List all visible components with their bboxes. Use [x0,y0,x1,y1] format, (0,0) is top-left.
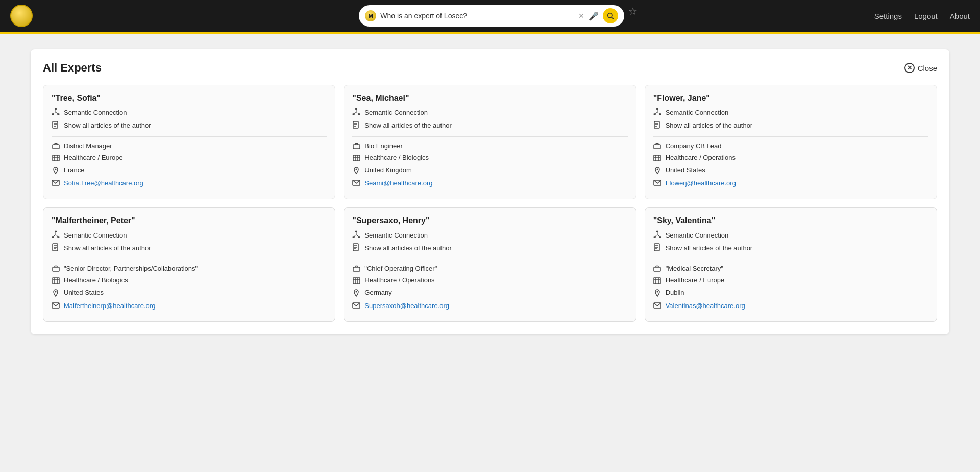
location-row: France [52,166,327,176]
location-row: Dublin [653,289,928,299]
department-label: Healthcare / Operations [666,154,736,161]
settings-link[interactable]: Settings [874,12,902,20]
articles-row[interactable]: Show all articles of the author [52,243,327,253]
svg-line-6 [53,112,56,114]
connection-row: Semantic Connection [52,108,327,117]
svg-line-74 [354,235,356,237]
email-link[interactable]: Valentinas@healthcare.org [666,302,745,310]
search-button[interactable] [603,8,618,23]
location-label: France [64,166,84,174]
connection-row: Semantic Connection [352,108,627,117]
svg-line-24 [356,112,359,114]
card-divider [653,136,928,137]
bookmark-icon[interactable]: ☆ [628,5,638,27]
search-box: M ✕ 🎤 [359,5,624,27]
document-icon [352,243,360,253]
app-header: M ✕ 🎤 ☆ Settings Logout About [0,0,980,32]
connection-icon [352,230,360,240]
about-link[interactable]: About [950,12,970,20]
pin-icon [352,167,360,176]
department-row: Healthcare / Biologics [52,276,327,286]
articles-row[interactable]: Show all articles of the author [653,243,928,253]
svg-line-7 [56,112,58,114]
search-clear-icon[interactable]: ✕ [578,12,584,20]
mail-icon [653,180,662,187]
role-row: "Senior Director, Partnerships/Collabora… [52,265,327,273]
svg-line-40 [654,112,657,114]
svg-point-68 [55,291,57,293]
svg-point-34 [356,169,357,170]
card-divider [352,259,627,259]
articles-label: Show all articles of the author [666,122,753,129]
email-row: Supersaxoh@healthcare.org [352,302,627,310]
connection-row: Semantic Connection [653,108,928,117]
expert-details: "Chief Operating Officer" Healthcare / O… [352,265,627,310]
connection-icon [52,108,60,117]
svg-line-91 [654,235,657,237]
role-label: Company CB Lead [666,142,722,150]
card-divider [653,259,928,259]
expert-name: "Supersaxo, Henry" [352,216,627,225]
expert-meta: Semantic Connection Show all articles of… [52,108,327,130]
svg-rect-19 [355,108,357,110]
svg-rect-2 [55,108,57,110]
close-button[interactable]: ✕ Close [904,63,937,73]
svg-line-75 [356,235,359,237]
email-link[interactable]: Supersaxoh@healthcare.org [364,302,449,310]
svg-point-17 [55,169,57,170]
svg-point-102 [656,291,658,293]
articles-label: Show all articles of the author [666,244,753,252]
briefcase-icon [52,143,60,151]
location-row: Germany [352,289,627,299]
svg-rect-46 [654,145,660,149]
search-input[interactable] [380,12,574,20]
logout-link[interactable]: Logout [914,12,938,20]
connection-icon [653,230,662,240]
expert-meta: Semantic Connection Show all articles of… [653,230,928,253]
email-link[interactable]: Sofia.Tree@healthcare.org [64,179,143,187]
svg-line-41 [657,112,660,114]
logo-area [10,5,122,27]
pin-icon [653,289,662,299]
location-label: Germany [364,289,391,296]
svg-line-57 [53,235,56,237]
card-divider [352,136,627,137]
expert-details: District Manager Healthcare / Europe [52,142,327,187]
expert-name: "Flower, Jane" [653,93,928,103]
articles-row[interactable]: Show all articles of the author [352,243,627,253]
expert-name: "Malfertheiner, Peter" [52,216,327,225]
document-icon [352,121,360,130]
email-row: Sofia.Tree@healthcare.org [52,179,327,187]
email-link[interactable]: Malfertheinerp@healthcare.org [64,302,155,310]
mail-icon [352,302,360,310]
close-circle-icon: ✕ [904,63,915,73]
expert-card: "Sea, Michael" Semantic Connection [344,85,636,199]
svg-point-85 [356,291,357,293]
role-row: Bio Engineer [352,142,627,151]
articles-row[interactable]: Show all articles of the author [352,121,627,130]
svg-rect-80 [353,267,360,271]
document-icon [52,121,60,130]
connection-row: Semantic Connection [653,230,928,240]
email-link[interactable]: Seami@healthcare.org [364,179,432,187]
articles-label: Show all articles of the author [364,244,452,252]
location-label: Dublin [666,289,684,296]
expert-meta: Semantic Connection Show all articles of… [653,108,928,130]
svg-line-92 [657,235,660,237]
connection-label: Semantic Connection [364,109,428,116]
pin-icon [52,167,60,176]
role-label: "Chief Operating Officer" [364,265,437,272]
svg-line-58 [56,235,58,237]
microphone-icon[interactable]: 🎤 [589,11,599,21]
department-label: Healthcare / Biologics [364,154,429,161]
building-icon [653,277,662,286]
email-link[interactable]: Flowerj@healthcare.org [666,179,736,187]
svg-rect-30 [353,155,360,161]
panel-title: All Experts [43,61,102,75]
role-label: "Senior Director, Partnerships/Collabora… [64,265,198,272]
articles-row[interactable]: Show all articles of the author [52,121,327,130]
svg-rect-70 [355,231,357,232]
department-label: Healthcare / Operations [364,276,434,284]
articles-row[interactable]: Show all articles of the author [653,121,928,130]
mail-icon [52,302,60,310]
